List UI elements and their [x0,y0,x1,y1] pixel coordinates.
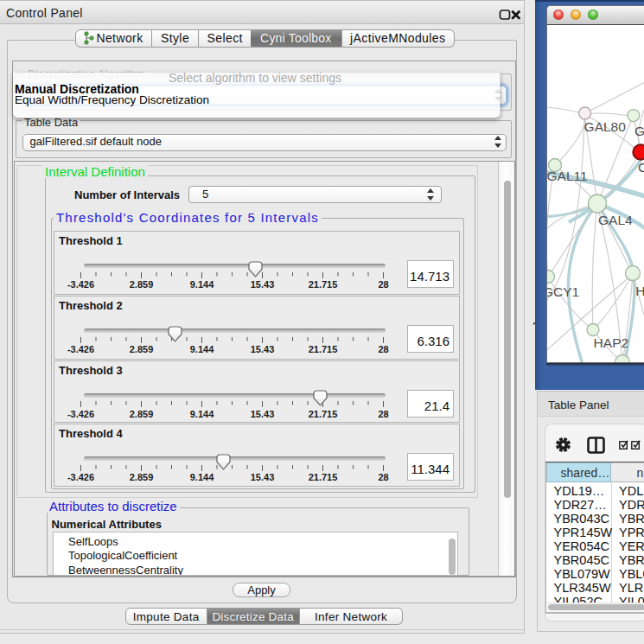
svg-text:HAP2: HAP2 [594,335,629,350]
svg-text:GCY1: GCY1 [547,284,579,299]
svg-text:C: C [638,160,644,175]
svg-text:GA: GA [634,124,644,138]
svg-text:H: H [635,284,644,298]
svg-text:GAL11: GAL11 [547,169,588,183]
svg-text:GAL80: GAL80 [584,119,627,134]
svg-text:GAL4: GAL4 [598,213,633,227]
